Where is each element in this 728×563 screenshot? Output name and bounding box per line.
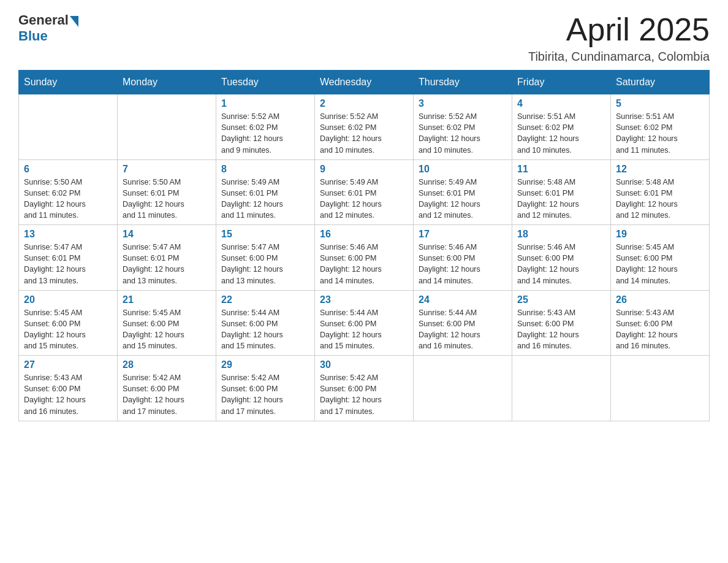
day-number: 14 <box>123 229 211 240</box>
logo-line1: General <box>18 12 78 28</box>
day-info: Sunrise: 5:42 AMSunset: 6:00 PMDaylight:… <box>221 372 309 417</box>
calendar-cell: 27Sunrise: 5:43 AMSunset: 6:00 PMDayligh… <box>19 356 118 421</box>
day-info: Sunrise: 5:50 AMSunset: 6:01 PMDaylight:… <box>123 177 211 221</box>
day-number: 26 <box>616 294 704 305</box>
logo-block: General Blue <box>18 12 78 44</box>
calendar-week-row: 1Sunrise: 5:52 AMSunset: 6:02 PMDaylight… <box>19 94 710 160</box>
calendar-cell: 11Sunrise: 5:48 AMSunset: 6:01 PMDayligh… <box>512 159 611 225</box>
day-info: Sunrise: 5:52 AMSunset: 6:02 PMDaylight:… <box>419 111 507 156</box>
calendar-cell: 9Sunrise: 5:49 AMSunset: 6:01 PMDaylight… <box>315 159 414 225</box>
calendar-cell: 26Sunrise: 5:43 AMSunset: 6:00 PMDayligh… <box>611 290 710 356</box>
calendar-cell: 22Sunrise: 5:44 AMSunset: 6:00 PMDayligh… <box>216 290 315 356</box>
day-info: Sunrise: 5:49 AMSunset: 6:01 PMDaylight:… <box>419 177 507 221</box>
day-info: Sunrise: 5:49 AMSunset: 6:01 PMDaylight:… <box>221 177 309 221</box>
day-info: Sunrise: 5:43 AMSunset: 6:00 PMDaylight:… <box>517 307 605 352</box>
day-info: Sunrise: 5:43 AMSunset: 6:00 PMDaylight:… <box>24 372 112 417</box>
day-number: 17 <box>419 229 507 240</box>
calendar-cell: 25Sunrise: 5:43 AMSunset: 6:00 PMDayligh… <box>512 290 611 356</box>
calendar-table: Sunday Monday Tuesday Wednesday Thursday… <box>18 70 710 421</box>
calendar-cell: 16Sunrise: 5:46 AMSunset: 6:00 PMDayligh… <box>315 225 414 291</box>
day-info: Sunrise: 5:42 AMSunset: 6:00 PMDaylight:… <box>320 372 408 417</box>
day-info: Sunrise: 5:52 AMSunset: 6:02 PMDaylight:… <box>320 111 408 156</box>
day-number: 21 <box>123 294 211 305</box>
calendar-title: April 2025 <box>528 12 710 47</box>
day-number: 25 <box>517 294 605 305</box>
calendar-cell: 28Sunrise: 5:42 AMSunset: 6:00 PMDayligh… <box>118 356 216 421</box>
day-info: Sunrise: 5:48 AMSunset: 6:01 PMDaylight:… <box>517 177 605 221</box>
calendar-cell: 7Sunrise: 5:50 AMSunset: 6:01 PMDaylight… <box>118 159 216 225</box>
day-number: 16 <box>320 229 408 240</box>
day-number: 22 <box>221 294 309 305</box>
day-info: Sunrise: 5:45 AMSunset: 6:00 PMDaylight:… <box>123 307 211 352</box>
day-number: 27 <box>24 359 112 370</box>
calendar-cell <box>414 356 512 421</box>
calendar-cell: 17Sunrise: 5:46 AMSunset: 6:00 PMDayligh… <box>414 225 512 291</box>
calendar-cell: 1Sunrise: 5:52 AMSunset: 6:02 PMDaylight… <box>216 94 315 160</box>
day-number: 5 <box>616 98 704 109</box>
day-number: 11 <box>517 164 605 175</box>
day-number: 30 <box>320 359 408 370</box>
calendar-cell <box>611 356 710 421</box>
day-info: Sunrise: 5:45 AMSunset: 6:00 PMDaylight:… <box>24 307 112 352</box>
calendar-cell: 24Sunrise: 5:44 AMSunset: 6:00 PMDayligh… <box>414 290 512 356</box>
calendar-cell: 15Sunrise: 5:47 AMSunset: 6:00 PMDayligh… <box>216 225 315 291</box>
day-info: Sunrise: 5:51 AMSunset: 6:02 PMDaylight:… <box>616 111 704 156</box>
day-number: 15 <box>221 229 309 240</box>
calendar-cell: 18Sunrise: 5:46 AMSunset: 6:00 PMDayligh… <box>512 225 611 291</box>
calendar-week-row: 20Sunrise: 5:45 AMSunset: 6:00 PMDayligh… <box>19 290 710 356</box>
day-number: 23 <box>320 294 408 305</box>
header-thursday: Thursday <box>414 71 512 94</box>
day-number: 24 <box>419 294 507 305</box>
calendar-cell: 8Sunrise: 5:49 AMSunset: 6:01 PMDaylight… <box>216 159 315 225</box>
title-block: April 2025 Tibirita, Cundinamarca, Colom… <box>528 12 710 64</box>
calendar-cell: 2Sunrise: 5:52 AMSunset: 6:02 PMDaylight… <box>315 94 414 160</box>
weekday-header-row: Sunday Monday Tuesday Wednesday Thursday… <box>19 71 710 94</box>
day-info: Sunrise: 5:44 AMSunset: 6:00 PMDaylight:… <box>221 307 309 352</box>
day-info: Sunrise: 5:47 AMSunset: 6:01 PMDaylight:… <box>24 242 112 286</box>
calendar-cell <box>19 94 118 160</box>
calendar-cell: 10Sunrise: 5:49 AMSunset: 6:01 PMDayligh… <box>414 159 512 225</box>
day-info: Sunrise: 5:45 AMSunset: 6:00 PMDaylight:… <box>616 242 704 286</box>
day-info: Sunrise: 5:46 AMSunset: 6:00 PMDaylight:… <box>419 242 507 286</box>
header-tuesday: Tuesday <box>216 71 315 94</box>
calendar-location: Tibirita, Cundinamarca, Colombia <box>528 50 710 64</box>
day-info: Sunrise: 5:42 AMSunset: 6:00 PMDaylight:… <box>123 372 211 417</box>
logo-blue-text: Blue <box>18 28 48 44</box>
day-number: 10 <box>419 164 507 175</box>
day-number: 20 <box>24 294 112 305</box>
day-number: 2 <box>320 98 408 109</box>
day-info: Sunrise: 5:44 AMSunset: 6:00 PMDaylight:… <box>320 307 408 352</box>
calendar-cell: 21Sunrise: 5:45 AMSunset: 6:00 PMDayligh… <box>118 290 216 356</box>
calendar-cell <box>512 356 611 421</box>
day-number: 8 <box>221 164 309 175</box>
day-info: Sunrise: 5:50 AMSunset: 6:02 PMDaylight:… <box>24 177 112 221</box>
calendar-week-row: 6Sunrise: 5:50 AMSunset: 6:02 PMDaylight… <box>19 159 710 225</box>
day-number: 4 <box>517 98 605 109</box>
day-info: Sunrise: 5:46 AMSunset: 6:00 PMDaylight:… <box>320 242 408 286</box>
day-info: Sunrise: 5:51 AMSunset: 6:02 PMDaylight:… <box>517 111 605 156</box>
day-number: 19 <box>616 229 704 240</box>
calendar-cell: 14Sunrise: 5:47 AMSunset: 6:01 PMDayligh… <box>118 225 216 291</box>
day-info: Sunrise: 5:48 AMSunset: 6:01 PMDaylight:… <box>616 177 704 221</box>
day-number: 13 <box>24 229 112 240</box>
day-info: Sunrise: 5:47 AMSunset: 6:01 PMDaylight:… <box>123 242 211 286</box>
day-number: 6 <box>24 164 112 175</box>
day-info: Sunrise: 5:52 AMSunset: 6:02 PMDaylight:… <box>221 111 309 156</box>
header-friday: Friday <box>512 71 611 94</box>
day-number: 9 <box>320 164 408 175</box>
calendar-cell: 5Sunrise: 5:51 AMSunset: 6:02 PMDaylight… <box>611 94 710 160</box>
day-info: Sunrise: 5:49 AMSunset: 6:01 PMDaylight:… <box>320 177 408 221</box>
day-number: 18 <box>517 229 605 240</box>
day-info: Sunrise: 5:44 AMSunset: 6:00 PMDaylight:… <box>419 307 507 352</box>
calendar-week-row: 13Sunrise: 5:47 AMSunset: 6:01 PMDayligh… <box>19 225 710 291</box>
header-saturday: Saturday <box>611 71 710 94</box>
logo-general-text: General <box>18 12 69 28</box>
calendar-cell: 4Sunrise: 5:51 AMSunset: 6:02 PMDaylight… <box>512 94 611 160</box>
calendar-cell: 19Sunrise: 5:45 AMSunset: 6:00 PMDayligh… <box>611 225 710 291</box>
logo: General Blue <box>18 12 78 44</box>
day-number: 29 <box>221 359 309 370</box>
calendar-cell: 13Sunrise: 5:47 AMSunset: 6:01 PMDayligh… <box>19 225 118 291</box>
calendar-week-row: 27Sunrise: 5:43 AMSunset: 6:00 PMDayligh… <box>19 356 710 421</box>
calendar-cell: 12Sunrise: 5:48 AMSunset: 6:01 PMDayligh… <box>611 159 710 225</box>
day-info: Sunrise: 5:47 AMSunset: 6:00 PMDaylight:… <box>221 242 309 286</box>
